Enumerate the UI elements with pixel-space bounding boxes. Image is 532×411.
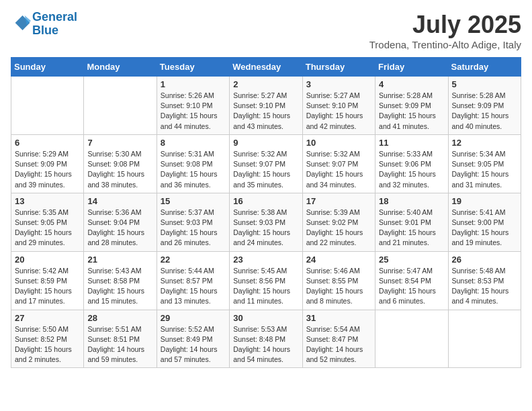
calendar-cell: 3Sunrise: 5:27 AM Sunset: 9:10 PM Daylig…: [302, 77, 375, 135]
day-number: 15: [161, 196, 226, 206]
header-wednesday: Wednesday: [230, 58, 302, 77]
day-number: 9: [233, 138, 298, 148]
day-number: 21: [87, 255, 152, 265]
day-info: Sunrise: 5:37 AM Sunset: 9:03 PM Dayligh…: [161, 208, 226, 248]
calendar-cell: 9Sunrise: 5:32 AM Sunset: 9:07 PM Daylig…: [230, 134, 302, 193]
day-info: Sunrise: 5:40 AM Sunset: 9:01 PM Dayligh…: [379, 208, 444, 248]
day-info: Sunrise: 5:47 AM Sunset: 8:54 PM Dayligh…: [379, 266, 444, 307]
calendar-week-0: 1Sunrise: 5:26 AM Sunset: 9:10 PM Daylig…: [11, 77, 521, 135]
header-saturday: Saturday: [448, 58, 521, 77]
calendar-cell: 25Sunrise: 5:47 AM Sunset: 8:54 PM Dayli…: [375, 251, 448, 310]
calendar-cell: 5Sunrise: 5:28 AM Sunset: 9:09 PM Daylig…: [448, 77, 521, 135]
calendar-header: Sunday Monday Tuesday Wednesday Thursday…: [11, 58, 521, 77]
day-info: Sunrise: 5:32 AM Sunset: 9:07 PM Dayligh…: [306, 149, 371, 190]
day-number: 10: [306, 138, 371, 148]
calendar-cell: 7Sunrise: 5:30 AM Sunset: 9:08 PM Daylig…: [84, 134, 157, 193]
day-number: 20: [15, 255, 80, 265]
month-title: July 2025: [369, 11, 521, 39]
day-info: Sunrise: 5:48 AM Sunset: 8:53 PM Dayligh…: [452, 266, 517, 307]
calendar-cell: 16Sunrise: 5:38 AM Sunset: 9:03 PM Dayli…: [230, 193, 302, 251]
day-info: Sunrise: 5:46 AM Sunset: 8:55 PM Dayligh…: [306, 266, 371, 307]
day-number: 14: [87, 196, 152, 206]
day-number: 11: [379, 138, 444, 148]
calendar-body: 1Sunrise: 5:26 AM Sunset: 9:10 PM Daylig…: [11, 77, 521, 368]
day-number: 27: [15, 313, 80, 323]
calendar-cell: 6Sunrise: 5:29 AM Sunset: 9:09 PM Daylig…: [11, 134, 84, 193]
calendar-cell: 8Sunrise: 5:31 AM Sunset: 9:08 PM Daylig…: [157, 134, 229, 193]
day-info: Sunrise: 5:54 AM Sunset: 8:47 PM Dayligh…: [306, 324, 371, 365]
day-number: 25: [379, 255, 444, 265]
calendar-cell: 4Sunrise: 5:28 AM Sunset: 9:09 PM Daylig…: [375, 77, 448, 135]
day-number: 4: [379, 79, 444, 89]
day-number: 17: [306, 196, 371, 206]
day-info: Sunrise: 5:33 AM Sunset: 9:06 PM Dayligh…: [379, 149, 444, 190]
calendar-cell: 20Sunrise: 5:42 AM Sunset: 8:59 PM Dayli…: [11, 251, 84, 310]
logo: General Blue: [11, 11, 77, 38]
calendar-cell: 27Sunrise: 5:50 AM Sunset: 8:52 PM Dayli…: [11, 310, 84, 368]
day-info: Sunrise: 5:50 AM Sunset: 8:52 PM Dayligh…: [15, 324, 80, 365]
day-number: 30: [233, 313, 298, 323]
day-info: Sunrise: 5:29 AM Sunset: 9:09 PM Dayligh…: [15, 149, 80, 190]
calendar-week-1: 6Sunrise: 5:29 AM Sunset: 9:09 PM Daylig…: [11, 134, 521, 193]
calendar-week-3: 20Sunrise: 5:42 AM Sunset: 8:59 PM Dayli…: [11, 251, 521, 310]
day-number: 7: [87, 138, 152, 148]
calendar-table: Sunday Monday Tuesday Wednesday Thursday…: [11, 57, 521, 368]
day-number: 5: [452, 79, 517, 89]
day-number: 8: [161, 138, 226, 148]
header-row: Sunday Monday Tuesday Wednesday Thursday…: [11, 58, 521, 77]
calendar-cell: 22Sunrise: 5:44 AM Sunset: 8:57 PM Dayli…: [157, 251, 229, 310]
calendar-cell: 18Sunrise: 5:40 AM Sunset: 9:01 PM Dayli…: [375, 193, 448, 251]
header-friday: Friday: [375, 58, 448, 77]
title-block: July 2025 Trodena, Trentino-Alto Adige, …: [369, 11, 521, 50]
calendar-cell: 1Sunrise: 5:26 AM Sunset: 9:10 PM Daylig…: [157, 77, 229, 135]
day-info: Sunrise: 5:32 AM Sunset: 9:07 PM Dayligh…: [233, 149, 298, 190]
calendar-cell: 19Sunrise: 5:41 AM Sunset: 9:00 PM Dayli…: [448, 193, 521, 251]
day-number: 22: [161, 255, 226, 265]
day-number: 1: [161, 79, 226, 89]
day-info: Sunrise: 5:36 AM Sunset: 9:04 PM Dayligh…: [87, 208, 152, 248]
calendar-cell: 21Sunrise: 5:43 AM Sunset: 8:58 PM Dayli…: [84, 251, 157, 310]
calendar-cell: 14Sunrise: 5:36 AM Sunset: 9:04 PM Dayli…: [84, 193, 157, 251]
calendar-cell: 15Sunrise: 5:37 AM Sunset: 9:03 PM Dayli…: [157, 193, 229, 251]
calendar-cell: 30Sunrise: 5:53 AM Sunset: 8:48 PM Dayli…: [230, 310, 302, 368]
calendar-week-2: 13Sunrise: 5:35 AM Sunset: 9:05 PM Dayli…: [11, 193, 521, 251]
day-number: 23: [233, 255, 298, 265]
day-info: Sunrise: 5:43 AM Sunset: 8:58 PM Dayligh…: [87, 266, 152, 307]
calendar-cell: 24Sunrise: 5:46 AM Sunset: 8:55 PM Dayli…: [302, 251, 375, 310]
day-number: 2: [233, 79, 298, 89]
day-info: Sunrise: 5:27 AM Sunset: 9:10 PM Dayligh…: [233, 91, 298, 132]
day-info: Sunrise: 5:28 AM Sunset: 9:09 PM Dayligh…: [379, 91, 444, 132]
day-info: Sunrise: 5:53 AM Sunset: 8:48 PM Dayligh…: [233, 324, 298, 365]
day-number: 13: [15, 196, 80, 206]
header-tuesday: Tuesday: [157, 58, 229, 77]
page-header: General Blue July 2025 Trodena, Trentino…: [11, 11, 521, 50]
calendar-cell: [448, 310, 521, 368]
logo-text-line1: General: [32, 11, 77, 24]
day-info: Sunrise: 5:26 AM Sunset: 9:10 PM Dayligh…: [161, 91, 226, 132]
calendar-cell: [375, 310, 448, 368]
day-info: Sunrise: 5:38 AM Sunset: 9:03 PM Dayligh…: [233, 208, 298, 248]
day-number: 19: [452, 196, 517, 206]
day-info: Sunrise: 5:52 AM Sunset: 8:49 PM Dayligh…: [161, 324, 226, 365]
day-info: Sunrise: 5:41 AM Sunset: 9:00 PM Dayligh…: [452, 208, 517, 248]
calendar-cell: 10Sunrise: 5:32 AM Sunset: 9:07 PM Dayli…: [302, 134, 375, 193]
day-info: Sunrise: 5:34 AM Sunset: 9:05 PM Dayligh…: [452, 149, 517, 190]
header-monday: Monday: [84, 58, 157, 77]
day-number: 3: [306, 79, 371, 89]
day-info: Sunrise: 5:27 AM Sunset: 9:10 PM Dayligh…: [306, 91, 371, 132]
day-info: Sunrise: 5:39 AM Sunset: 9:02 PM Dayligh…: [306, 208, 371, 248]
day-number: 31: [306, 313, 371, 323]
calendar-cell: 12Sunrise: 5:34 AM Sunset: 9:05 PM Dayli…: [448, 134, 521, 193]
calendar-cell: 2Sunrise: 5:27 AM Sunset: 9:10 PM Daylig…: [230, 77, 302, 135]
day-info: Sunrise: 5:44 AM Sunset: 8:57 PM Dayligh…: [161, 266, 226, 307]
day-number: 6: [15, 138, 80, 148]
logo-text-line2: Blue: [32, 24, 77, 38]
day-number: 24: [306, 255, 371, 265]
location: Trodena, Trentino-Alto Adige, Italy: [369, 39, 521, 50]
day-info: Sunrise: 5:45 AM Sunset: 8:56 PM Dayligh…: [233, 266, 298, 307]
calendar-cell: 31Sunrise: 5:54 AM Sunset: 8:47 PM Dayli…: [302, 310, 375, 368]
calendar-cell: 23Sunrise: 5:45 AM Sunset: 8:56 PM Dayli…: [230, 251, 302, 310]
calendar-cell: 29Sunrise: 5:52 AM Sunset: 8:49 PM Dayli…: [157, 310, 229, 368]
calendar-cell: 28Sunrise: 5:51 AM Sunset: 8:51 PM Dayli…: [84, 310, 157, 368]
header-thursday: Thursday: [302, 58, 375, 77]
